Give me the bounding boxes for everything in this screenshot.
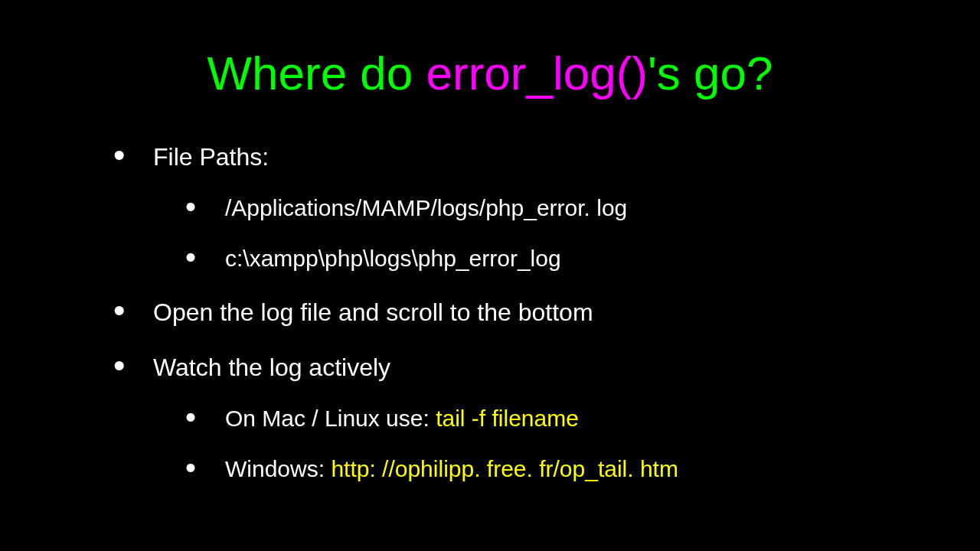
sub-bullet-path-windows: c:\xampp\php\logs\php_error_log [179, 244, 934, 273]
path-text: /Applications/MAMP/logs/php_error. log [225, 195, 627, 220]
title-part1: Where do [207, 47, 426, 99]
path-text: c:\xampp\php\logs\php_error_log [225, 246, 561, 271]
sub-bullet-list: On Mac / Linux use: tail -f filename Win… [153, 404, 934, 483]
title-part3: 's go? [648, 47, 773, 99]
label-text: Windows: [225, 456, 331, 481]
bullet-open-log: Open the log file and scroll to the bott… [107, 297, 934, 328]
bullet-watch-log: Watch the log actively On Mac / Linux us… [107, 352, 934, 483]
sub-bullet-mac-linux: On Mac / Linux use: tail -f filename [179, 404, 934, 433]
sub-bullet-list: /Applications/MAMP/logs/php_error. log c… [153, 194, 934, 272]
title-part2: error_log() [426, 47, 648, 99]
slide: Where do error_log()'s go? File Paths: /… [0, 0, 980, 551]
bullet-text: Watch the log actively [153, 354, 390, 381]
bullet-text: File Paths: [153, 143, 269, 171]
command-text: tail -f filename [436, 406, 579, 431]
bullet-list: File Paths: /Applications/MAMP/logs/php_… [107, 142, 934, 483]
slide-body: File Paths: /Applications/MAMP/logs/php_… [107, 142, 934, 507]
sub-bullet-windows: Windows: http: //ophilipp. free. fr/op_t… [179, 455, 934, 484]
link-text: http: //ophilipp. free. fr/op_tail. htm [331, 456, 678, 481]
label-text: On Mac / Linux use: [225, 406, 436, 431]
bullet-file-paths: File Paths: /Applications/MAMP/logs/php_… [107, 142, 934, 272]
bullet-text: Open the log file and scroll to the bott… [153, 298, 593, 326]
sub-bullet-path-mac: /Applications/MAMP/logs/php_error. log [179, 194, 934, 223]
slide-title: Where do error_log()'s go? [0, 46, 980, 100]
